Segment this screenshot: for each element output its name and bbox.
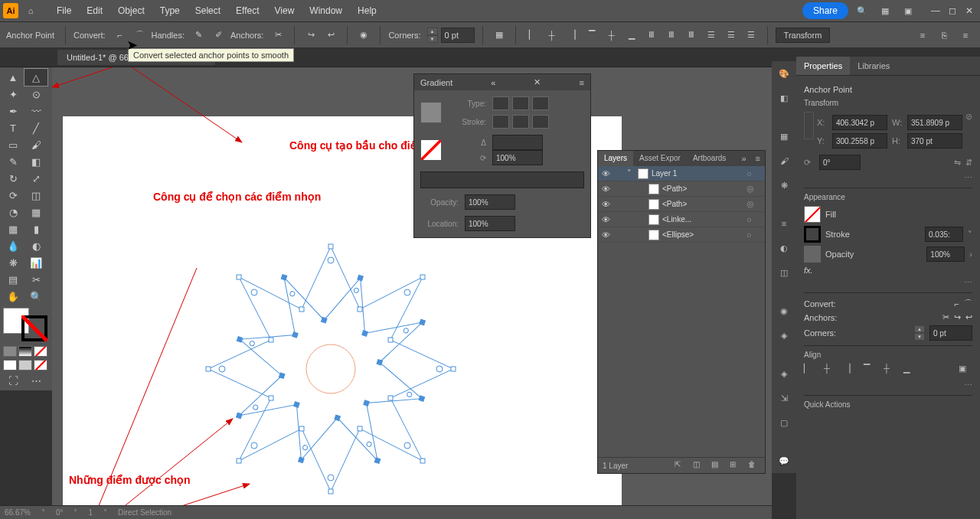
align-right-icon[interactable]: ▕	[564, 27, 580, 44]
gradient-swatch[interactable]	[420, 139, 442, 161]
minimize-button[interactable]: —	[928, 4, 943, 18]
align-top-icon[interactable]: ▔	[583, 27, 600, 44]
sublayer-vis-1[interactable]: 👁	[598, 184, 613, 194]
stroke-width-input[interactable]	[925, 227, 963, 242]
delete-layer-icon[interactable]: 🗑	[748, 460, 760, 471]
sublayer-name-4[interactable]: <Ellipse>	[662, 230, 746, 239]
gradient-close-icon[interactable]: ✕	[534, 77, 541, 87]
lasso-tool[interactable]: ⊙	[24, 86, 47, 103]
sublayer-name-3[interactable]: <Linke...	[662, 215, 746, 224]
transform-button[interactable]: Transform	[776, 28, 831, 43]
menu-file[interactable]: File	[49, 5, 79, 16]
anchor-remove2-icon[interactable]: ↪	[954, 312, 961, 322]
align-vcenter2-icon[interactable]: ┼	[884, 364, 897, 377]
close-button[interactable]: ✕	[962, 4, 977, 18]
search-icon[interactable]: 🔍	[853, 2, 871, 20]
sublayer-name-2[interactable]: <Path>	[662, 200, 746, 208]
align-vcenter-icon[interactable]: ┼	[603, 27, 620, 44]
dist-right-icon[interactable]: Ⅲ	[683, 27, 700, 44]
stroke-across-icon[interactable]	[532, 115, 549, 129]
magic-wand-tool[interactable]: ✦	[2, 86, 24, 103]
arrange-icon[interactable]: ▦	[876, 2, 894, 20]
dist-hcenter-icon[interactable]: Ⅲ	[663, 27, 680, 44]
brushes-panel-icon[interactable]: 🖌	[775, 152, 793, 170]
x-input[interactable]	[832, 115, 887, 130]
corners-input[interactable]	[929, 325, 972, 341]
link-dims-icon[interactable]: ⊘	[965, 112, 972, 152]
stroke-along-icon[interactable]	[512, 115, 529, 129]
comments-icon[interactable]: 💬	[775, 452, 793, 470]
home-icon[interactable]: ⌂	[23, 3, 38, 18]
layers-collapse-icon[interactable]: »	[737, 151, 750, 166]
radial-grad-icon[interactable]	[512, 96, 529, 110]
handles-show-icon[interactable]: ✎	[191, 27, 207, 44]
layers-menu-icon[interactable]: ≡	[751, 151, 765, 166]
graph-tool[interactable]: 📊	[24, 254, 47, 271]
stroke-within-icon[interactable]	[492, 115, 509, 129]
menu-type[interactable]: Type	[152, 5, 188, 16]
gradient-panel-icon[interactable]: ◐	[775, 239, 793, 257]
swatches-panel-icon[interactable]: ▦	[775, 127, 793, 145]
draw-inside-icon[interactable]	[34, 360, 47, 370]
color-guide-icon[interactable]: ◧	[775, 89, 793, 107]
align-hcenter2-icon[interactable]: ┼	[824, 364, 838, 377]
fill-stroke-swatch[interactable]	[3, 308, 47, 341]
artboard-nav[interactable]: 1	[88, 508, 93, 517]
sublayer-target-1[interactable]: ◎	[746, 184, 757, 194]
tab-libraries[interactable]: Libraries	[850, 57, 897, 75]
grad-opacity-input[interactable]	[465, 194, 515, 210]
flip-h-icon[interactable]: ⇋	[954, 158, 961, 168]
anchor-add-icon[interactable]: ✂	[942, 312, 949, 322]
sublayer-target-4[interactable]: ○	[746, 230, 757, 240]
color-mode-icon[interactable]	[3, 346, 17, 357]
shapebuilder-tool[interactable]: ◔	[2, 204, 24, 220]
panel-menu-icon[interactable]: ≡	[957, 27, 974, 44]
sublayer-target-3[interactable]: ○	[746, 215, 757, 224]
gradient-slider[interactable]	[420, 171, 584, 188]
none-mode-icon[interactable]	[34, 346, 47, 357]
graphic-styles-icon[interactable]: ◈	[775, 326, 793, 344]
dist-left-icon[interactable]: Ⅲ	[643, 27, 660, 44]
menu-object[interactable]: Object	[110, 5, 152, 16]
layer-visibility-toggle[interactable]: 👁	[598, 169, 613, 178]
stroke-swatch[interactable]	[804, 226, 821, 243]
sublayer-vis-3[interactable]: 👁	[598, 215, 613, 224]
slice-tool[interactable]: ✂	[24, 271, 47, 288]
tab-asset-export[interactable]: Asset Expor	[633, 151, 687, 166]
connect-icon[interactable]: ↪	[302, 27, 319, 44]
cut-icon[interactable]: ↩	[322, 27, 339, 44]
color-panel-icon[interactable]: 🎨	[775, 64, 793, 83]
workspace-icon[interactable]: ▣	[899, 2, 917, 20]
create-sublayer-icon[interactable]: ▤	[711, 460, 724, 471]
blend-tool[interactable]: ◐	[24, 237, 47, 254]
align-right2-icon[interactable]: ▕	[844, 364, 858, 377]
dist-top-icon[interactable]: ☰	[703, 27, 720, 44]
mesh-tool[interactable]: ▦	[2, 220, 24, 237]
reference-point-icon[interactable]	[804, 112, 814, 139]
menu-help[interactable]: Help	[350, 5, 384, 16]
w-input[interactable]	[907, 115, 962, 130]
maximize-button[interactable]: ◻	[945, 4, 960, 18]
align-hcenter-icon[interactable]: ┼	[544, 27, 560, 44]
align-bottom-icon[interactable]: ▁	[623, 27, 640, 44]
convert-corner2-icon[interactable]: ⌐	[955, 299, 959, 308]
gradient-collapse-icon[interactable]: «	[491, 78, 495, 87]
appearance-more-icon[interactable]: ⋯	[804, 278, 972, 288]
convert-smooth2-icon[interactable]: ⌒	[964, 298, 972, 309]
anchor-connect-icon[interactable]: ↩	[965, 312, 972, 322]
appearance-panel-icon[interactable]: ◉	[775, 302, 793, 320]
pen-tool[interactable]: ✒	[2, 103, 24, 119]
freeform-grad-icon[interactable]	[532, 96, 549, 110]
corner-stepper[interactable]: ▲▼	[427, 28, 438, 43]
dist-bottom-icon[interactable]: ☰	[743, 27, 760, 44]
menu-effect[interactable]: Effect	[228, 5, 266, 16]
anchor-remove-icon[interactable]: ✂	[270, 27, 286, 44]
grad-angle-input[interactable]	[492, 135, 543, 150]
screen-mode-icon[interactable]: ⛶	[2, 372, 24, 389]
draw-behind-icon[interactable]	[18, 360, 32, 370]
line-tool[interactable]: ╱	[24, 119, 47, 136]
asset-export-icon[interactable]: ⇲	[775, 389, 793, 407]
dist-vcenter-icon[interactable]: ☰	[723, 27, 740, 44]
menu-select[interactable]: Select	[188, 5, 228, 16]
menu-edit[interactable]: Edit	[79, 5, 110, 16]
